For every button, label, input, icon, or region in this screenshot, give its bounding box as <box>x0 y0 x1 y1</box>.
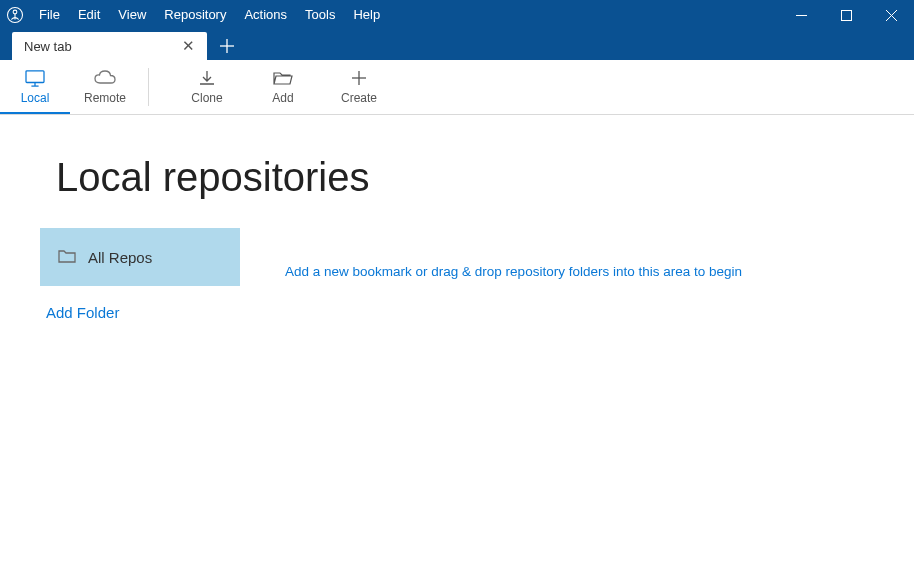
plus-icon <box>220 39 234 53</box>
folder-open-icon <box>273 68 293 88</box>
sidebar: All Repos Add Folder <box>40 228 240 339</box>
toolbar-create-button[interactable]: Create <box>321 60 397 114</box>
sourcetree-icon <box>6 6 24 24</box>
download-icon <box>198 68 216 88</box>
cloud-icon <box>93 68 117 88</box>
folder-icon <box>58 249 76 266</box>
tab-bar: New tab ✕ <box>0 30 914 60</box>
monitor-icon <box>24 68 46 88</box>
page-title: Local repositories <box>56 155 874 200</box>
menu-view[interactable]: View <box>109 0 155 30</box>
menu-tools[interactable]: Tools <box>296 0 344 30</box>
sidebar-item-all-repos[interactable]: All Repos <box>40 228 240 286</box>
menu-repository[interactable]: Repository <box>155 0 235 30</box>
close-icon <box>886 10 897 21</box>
toolbar-clone-button[interactable]: Clone <box>169 60 245 114</box>
menu-bar: File Edit View Repository Actions Tools … <box>30 0 389 30</box>
menu-help[interactable]: Help <box>344 0 389 30</box>
toolbar-group-source: Local Remote <box>0 60 140 114</box>
toolbar-clone-label: Clone <box>191 91 222 105</box>
tab-close-button[interactable]: ✕ <box>178 37 199 55</box>
minimize-icon <box>796 10 807 21</box>
content: Local repositories All Repos Add Folder … <box>0 115 914 339</box>
toolbar-add-button[interactable]: Add <box>245 60 321 114</box>
toolbar: Local Remote Clone Add Create <box>0 60 914 115</box>
toolbar-local-button[interactable]: Local <box>0 60 70 114</box>
content-layout: All Repos Add Folder Add a new bookmark … <box>56 228 874 339</box>
toolbar-group-actions: Clone Add Create <box>169 60 397 114</box>
menu-edit[interactable]: Edit <box>69 0 109 30</box>
toolbar-remote-label: Remote <box>84 91 126 105</box>
toolbar-local-label: Local <box>21 91 50 105</box>
plus-icon <box>351 68 367 88</box>
close-button[interactable] <box>869 0 914 30</box>
svg-point-1 <box>13 10 17 14</box>
new-tab-button[interactable] <box>213 32 241 60</box>
svg-rect-3 <box>842 10 852 20</box>
toolbar-remote-button[interactable]: Remote <box>70 60 140 114</box>
toolbar-separator <box>148 68 149 106</box>
maximize-icon <box>841 10 852 21</box>
menu-actions[interactable]: Actions <box>235 0 296 30</box>
toolbar-create-label: Create <box>341 91 377 105</box>
add-folder-link[interactable]: Add Folder <box>40 286 240 339</box>
minimize-button[interactable] <box>779 0 824 30</box>
app-logo <box>0 0 30 30</box>
tab-label: New tab <box>24 39 72 54</box>
toolbar-add-label: Add <box>272 91 293 105</box>
sidebar-item-label: All Repos <box>88 249 152 266</box>
tab-active[interactable]: New tab ✕ <box>12 32 207 60</box>
titlebar: File Edit View Repository Actions Tools … <box>0 0 914 30</box>
maximize-button[interactable] <box>824 0 869 30</box>
svg-rect-8 <box>26 70 44 82</box>
drop-hint: Add a new bookmark or drag & drop reposi… <box>285 228 742 279</box>
menu-file[interactable]: File <box>30 0 69 30</box>
window-controls <box>779 0 914 30</box>
